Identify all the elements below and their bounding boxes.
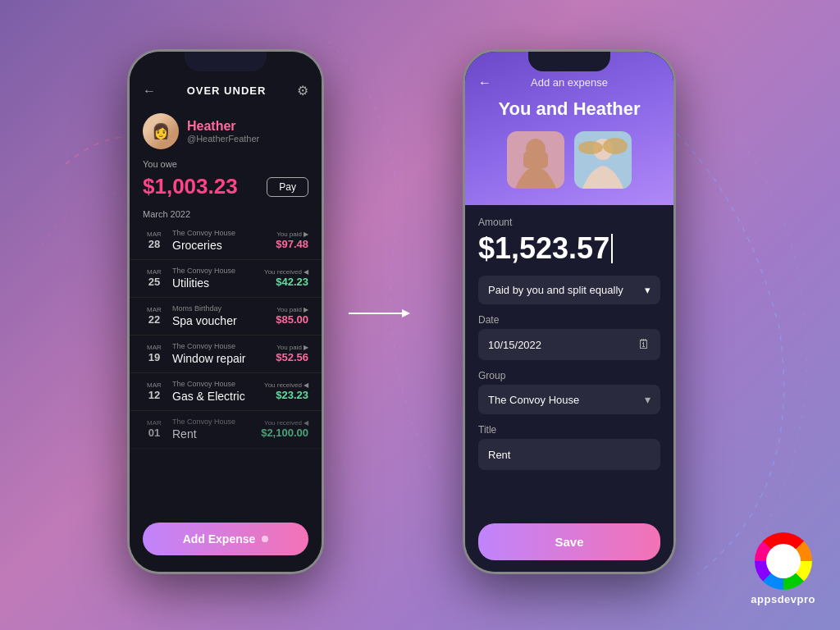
- date-section: Date 10/15/2022 🗓: [478, 314, 660, 360]
- table-row[interactable]: MAR 01 The Convoy House Rent You receive…: [130, 411, 322, 449]
- owe-amount: $1,003.23: [143, 174, 238, 199]
- tx-group: The Convoy House: [172, 229, 269, 238]
- tx-date: MAR 28: [143, 231, 166, 251]
- tx-date: MAR 25: [143, 269, 166, 289]
- svg-point-6: [578, 141, 603, 154]
- tx-month: MAR: [143, 420, 166, 427]
- tx-group: The Convoy House: [172, 418, 254, 427]
- tx-group: The Convoy House: [172, 380, 258, 389]
- table-row[interactable]: MAR 22 Moms Birthday Spa voucher You pai…: [130, 298, 322, 336]
- tx-amount-col: You received ◀ $23.23: [264, 381, 308, 401]
- user-avatars: [478, 131, 660, 189]
- date-field[interactable]: 10/15/2022 🗓: [478, 329, 660, 360]
- gear-icon[interactable]: ⚙: [297, 83, 308, 98]
- tx-info: Moms Birthday Spa voucher: [172, 304, 269, 328]
- notch2: [528, 52, 610, 71]
- group-dropdown[interactable]: The Convoy House ▾: [478, 385, 660, 414]
- amount-value: $1,523.57: [478, 231, 609, 266]
- tx-info: The Convoy House Gas & Electric: [172, 380, 258, 404]
- table-row[interactable]: MAR 19 The Convoy House Window repair Yo…: [130, 336, 322, 373]
- back-icon[interactable]: ←: [478, 75, 491, 90]
- split-chevron-icon: ▾: [645, 284, 651, 296]
- tx-day: 25: [143, 276, 166, 289]
- month-label: March 2022: [130, 203, 322, 222]
- table-row[interactable]: MAR 28 The Convoy House Groceries You pa…: [130, 222, 322, 260]
- tx-amount-col: You paid ▶ $97.48: [276, 231, 308, 250]
- phone1: ← OVER UNDER ⚙ 👩 Heather @HeatherFeather…: [127, 49, 324, 574]
- tx-value: $85.00: [276, 313, 308, 326]
- tx-day: 22: [143, 313, 166, 326]
- tx-name: Rent: [172, 427, 254, 441]
- title-label: Title: [478, 424, 660, 436]
- amount-display[interactable]: $1,523.57: [478, 231, 660, 266]
- tx-status: You received ◀: [264, 381, 308, 389]
- transactions-list: MAR 28 The Convoy House Groceries You pa…: [130, 222, 322, 516]
- phone2-header-title: Add an expense: [531, 76, 608, 89]
- add-expense-label: Add Expense: [183, 532, 256, 546]
- owe-amount-row: $1,003.23 Pay: [130, 171, 322, 203]
- phone1-frame: ← OVER UNDER ⚙ 👩 Heather @HeatherFeather…: [127, 49, 324, 574]
- tx-month: MAR: [143, 307, 166, 313]
- tx-info: The Convoy House Groceries: [172, 229, 269, 253]
- tx-day: 28: [143, 238, 166, 251]
- tx-month: MAR: [143, 382, 166, 389]
- title-field[interactable]: Rent: [478, 439, 660, 470]
- date-label: Date: [478, 314, 660, 326]
- title-value: Rent: [488, 449, 510, 461]
- tx-status: You paid ▶: [276, 344, 308, 351]
- tx-month: MAR: [143, 345, 166, 351]
- tx-info: The Convoy House Utilities: [172, 267, 258, 290]
- save-button[interactable]: Save: [478, 523, 660, 560]
- tx-value: $42.23: [264, 276, 308, 288]
- tx-info: The Convoy House Window repair: [172, 342, 269, 366]
- phone2-nav: ← Add an expense: [478, 76, 660, 89]
- calendar-icon[interactable]: 🗓: [637, 337, 651, 352]
- tx-info: The Convoy House Rent: [172, 418, 254, 441]
- tx-status: You paid ▶: [276, 306, 308, 313]
- group-chevron-icon: ▾: [645, 393, 651, 406]
- table-row[interactable]: MAR 25 The Convoy House Utilities You re…: [130, 260, 322, 298]
- avatar-man: [507, 131, 564, 189]
- notch1: [185, 52, 267, 71]
- phone1-header: ← OVER UNDER ⚙: [130, 76, 322, 105]
- tx-day: 19: [143, 351, 166, 364]
- tx-amount-col: You received ◀ $42.23: [264, 268, 308, 288]
- logo-text: appsdevpro: [751, 593, 815, 605]
- group-label: Group: [478, 370, 660, 381]
- tx-value: $52.56: [276, 351, 308, 363]
- tx-month: MAR: [143, 231, 166, 238]
- tx-date: MAR 01: [143, 420, 166, 440]
- group-section: Group The Convoy House ▾: [478, 370, 660, 414]
- profile-section: 👩 Heather @HeatherFeather: [130, 105, 322, 158]
- add-dot-icon: [262, 536, 268, 542]
- pay-button[interactable]: Pay: [267, 177, 308, 197]
- tx-status: You received ◀: [264, 268, 308, 276]
- logo-icon: [755, 532, 812, 590]
- tx-name: Spa voucher: [172, 313, 269, 328]
- phone1-title: OVER UNDER: [187, 84, 267, 97]
- tx-day: 12: [143, 389, 166, 402]
- phone1-content: ← OVER UNDER ⚙ 👩 Heather @HeatherFeather…: [130, 52, 322, 572]
- tx-amount-col: You received ◀ $2,100.00: [261, 419, 308, 439]
- date-value: 10/15/2022: [488, 339, 541, 351]
- tx-name: Window repair: [172, 351, 269, 366]
- tx-amount-col: You paid ▶ $85.00: [276, 306, 308, 326]
- tx-date: MAR 12: [143, 382, 166, 402]
- profile-info: Heather @HeatherFeather: [187, 119, 259, 144]
- owe-label: You owe: [130, 158, 322, 171]
- profile-handle: @HeatherFeather: [187, 134, 259, 144]
- tx-date: MAR 22: [143, 307, 166, 326]
- add-expense-button[interactable]: Add Expense: [143, 523, 308, 555]
- tx-name: Utilities: [172, 276, 258, 290]
- split-dropdown[interactable]: Paid by you and split equally ▾: [478, 276, 660, 304]
- split-label: Paid by you and split equally: [488, 284, 623, 296]
- title-section: Title Rent: [478, 424, 660, 470]
- tx-group: Moms Birthday: [172, 304, 269, 313]
- back-icon[interactable]: ←: [143, 84, 156, 98]
- tx-value: $97.48: [276, 238, 308, 250]
- svg-point-7: [603, 138, 628, 154]
- tx-group: The Convoy House: [172, 342, 269, 351]
- avatar-image: 👩: [143, 113, 179, 149]
- amount-section: Amount $1,523.57: [478, 217, 660, 266]
- table-row[interactable]: MAR 12 The Convoy House Gas & Electric Y…: [130, 373, 322, 411]
